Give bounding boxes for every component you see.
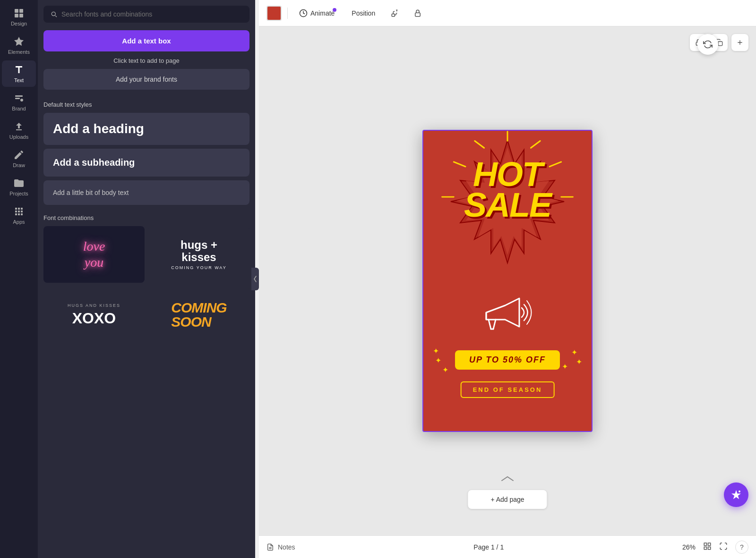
add-page-button[interactable]: + Add page — [468, 490, 547, 509]
draw-icon — [13, 149, 25, 161]
regenerate-button[interactable] — [697, 34, 718, 55]
elements-icon — [13, 36, 25, 47]
discount-banner: UP TO 50% OFF — [455, 350, 560, 370]
xoxo-sub: hugs and kisses — [68, 303, 120, 308]
help-button[interactable]: ? — [735, 541, 748, 554]
fullscreen-button[interactable] — [719, 542, 728, 552]
animate-button[interactable]: Animate — [293, 6, 340, 20]
sidebar-item-projects-label: Projects — [9, 191, 28, 196]
xoxo-combo[interactable]: hugs and kisses XOXO — [43, 287, 145, 343]
hide-panel-handle[interactable] — [251, 268, 259, 290]
magic-ai-button[interactable] — [724, 482, 748, 507]
svg-rect-28 — [708, 543, 711, 545]
svg-rect-8 — [392, 14, 395, 16]
notes-button[interactable]: Notes — [266, 543, 295, 551]
brand-icon — [13, 93, 25, 104]
sidebar-item-apps-label: Apps — [13, 219, 25, 225]
add-text-box-button[interactable]: Add a text box — [43, 30, 249, 51]
sidebar-item-draw-label: Draw — [13, 162, 25, 168]
svg-rect-3 — [19, 14, 23, 17]
sidebar-item-design[interactable]: Design — [2, 4, 36, 30]
end-season-text: END OF SEASON — [473, 386, 542, 393]
svg-rect-2 — [15, 14, 18, 17]
love-you-combo[interactable]: loveyou — [43, 226, 145, 283]
font-combo-grid: loveyou hugs +kisses coming your way — [43, 226, 249, 283]
animate-label: Animate — [310, 9, 335, 17]
svg-line-21 — [489, 320, 491, 329]
sidebar-item-text-label: Text — [14, 77, 24, 83]
color-swatch[interactable] — [266, 6, 282, 21]
hugs-kisses-sub: coming your way — [171, 265, 226, 270]
font-combo-grid-bottom: hugs and kisses XOXO COMINGSOON — [43, 287, 249, 343]
spray-tool-button[interactable] — [387, 5, 404, 22]
notes-label: Notes — [278, 543, 295, 551]
click-text-hint: Click text to add to page — [38, 57, 255, 69]
subheading-card[interactable]: Add a subheading — [43, 149, 249, 177]
sidebar-item-draw[interactable]: Draw — [2, 145, 36, 172]
svg-rect-11 — [718, 42, 722, 46]
svg-rect-27 — [704, 543, 706, 545]
design-canvas[interactable]: HOT SALE — [422, 130, 593, 432]
apps-icon — [13, 206, 25, 217]
svg-rect-4 — [15, 95, 23, 97]
sidebar-item-brand[interactable]: Brand — [2, 89, 36, 115]
top-toolbar: Animate Position — [259, 0, 756, 26]
sidebar-item-uploads[interactable]: Uploads — [2, 117, 36, 144]
heading-card[interactable]: Add a heading — [43, 113, 249, 145]
end-season-banner: END OF SEASON — [461, 381, 555, 398]
coming-soon-text: COMINGSOON — [171, 301, 226, 329]
coming-soon-combo[interactable]: COMINGSOON — [148, 287, 249, 343]
font-combos-title: Font combinations — [38, 209, 255, 226]
star-decoration-6: ✦ — [433, 347, 439, 355]
zoom-level: 26% — [682, 543, 696, 551]
svg-line-16 — [550, 162, 561, 167]
add-canvas-button[interactable] — [731, 34, 748, 51]
canvas-area: Animate Position — [259, 0, 756, 558]
design-icon — [13, 8, 25, 19]
body-text-card[interactable]: Add a little bit of body text — [43, 180, 249, 205]
svg-rect-29 — [704, 547, 706, 550]
sale-text: SALE — [464, 190, 551, 220]
bottom-bar-right: 26% ? — [682, 541, 748, 554]
hugs-kisses-content: hugs +kisses coming your way — [171, 239, 226, 271]
magic-icon — [730, 489, 742, 500]
sidebar-item-apps[interactable]: Apps — [2, 202, 36, 228]
brand-fonts-button[interactable]: Add your brand fonts — [43, 69, 249, 90]
sidebar-item-uploads-label: Uploads — [9, 134, 28, 140]
search-bar[interactable] — [43, 6, 249, 23]
add-icon — [736, 39, 744, 46]
hugs-kisses-text: hugs +kisses — [171, 239, 226, 264]
position-button[interactable]: Position — [346, 7, 381, 20]
position-label: Position — [352, 9, 375, 17]
lock-button[interactable] — [409, 5, 426, 22]
svg-line-15 — [531, 141, 540, 148]
sidebar-item-elements[interactable]: Elements — [2, 32, 36, 59]
sidebar-item-brand-label: Brand — [12, 106, 26, 111]
sidebar-item-text[interactable]: Text — [2, 60, 36, 87]
fullscreen-icon — [719, 542, 728, 550]
sidebar-item-projects[interactable]: Projects — [2, 174, 36, 200]
svg-point-6 — [20, 99, 23, 101]
svg-rect-0 — [15, 9, 18, 13]
hot-text: HOT — [464, 159, 551, 190]
animate-badge — [333, 8, 336, 12]
star-decoration-1: ✦ — [571, 348, 577, 357]
notes-icon — [266, 543, 274, 551]
grid-view-button[interactable] — [703, 542, 712, 552]
search-input[interactable] — [61, 10, 243, 18]
search-icon — [50, 10, 58, 18]
toolbar-divider — [287, 8, 288, 19]
svg-point-24 — [739, 490, 740, 492]
sidebar: Design Elements Text Brand Uploads Draw — [0, 0, 38, 558]
bottom-bar: Notes Page 1 / 1 26% ? — [259, 535, 756, 558]
scroll-handle[interactable] — [500, 475, 515, 484]
hugs-kisses-combo[interactable]: hugs +kisses coming your way — [148, 226, 249, 283]
svg-rect-5 — [15, 98, 20, 99]
svg-line-22 — [493, 320, 496, 329]
page-info: Page 1 / 1 — [473, 543, 504, 551]
projects-icon — [13, 178, 25, 189]
lock-icon — [413, 9, 422, 17]
star-decoration-4: ✦ — [435, 356, 441, 365]
text-icon — [13, 64, 25, 76]
default-styles-title: Default text styles — [38, 97, 255, 113]
